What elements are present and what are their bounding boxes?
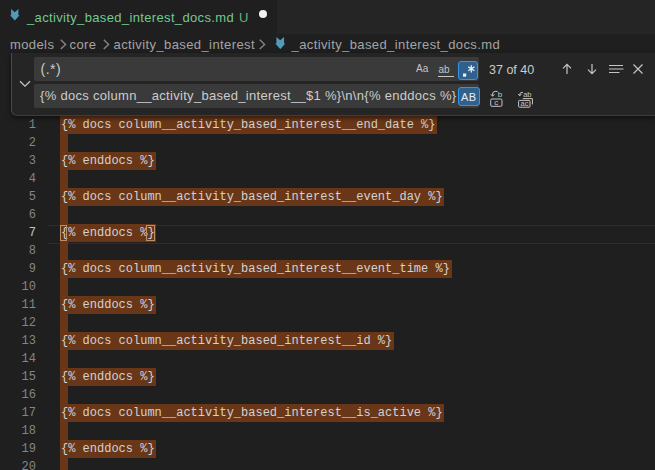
svg-text:b: b xyxy=(497,90,502,99)
svg-text:ac: ac xyxy=(521,99,529,108)
svg-text:c: c xyxy=(494,98,498,107)
svg-text:ab: ab xyxy=(523,90,531,99)
